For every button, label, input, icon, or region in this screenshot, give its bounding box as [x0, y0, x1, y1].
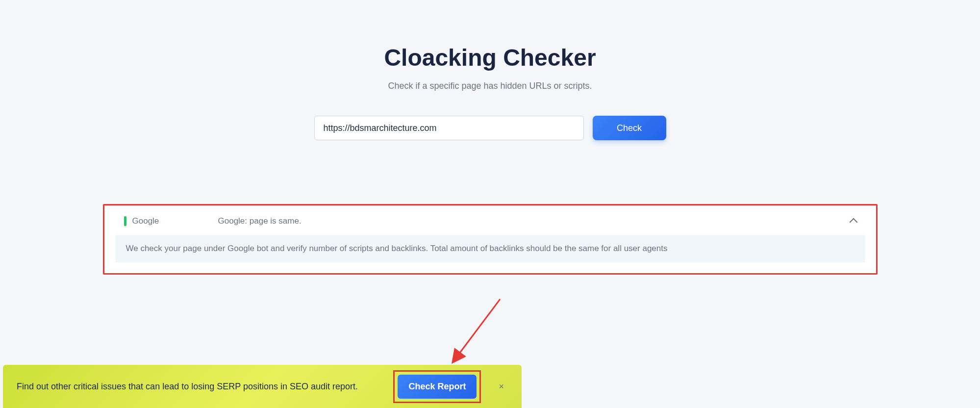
annotation-arrow — [446, 294, 505, 368]
result-header[interactable]: Google Google: page is same. — [114, 216, 866, 226]
svg-line-1 — [456, 299, 500, 358]
banner-text: Find out other critical issues that can … — [17, 380, 383, 394]
page-title: Cloacking Checker — [98, 44, 882, 71]
check-button[interactable]: Check — [593, 116, 666, 140]
promo-banner: Find out other critical issues that can … — [3, 365, 522, 408]
check-report-button[interactable]: Check Report — [398, 375, 477, 399]
banner-button-highlight: Check Report — [393, 370, 481, 403]
status-indicator — [124, 216, 126, 226]
result-detail: We check your page under Google bot and … — [115, 235, 865, 262]
close-icon[interactable]: × — [495, 378, 508, 396]
search-row: Check — [98, 116, 882, 140]
url-input[interactable] — [314, 116, 584, 140]
result-panel: Google Google: page is same. We check yo… — [103, 204, 878, 275]
chevron-up-icon[interactable] — [851, 218, 856, 227]
result-source: Google — [132, 216, 218, 226]
page-subtitle: Check if a specific page has hidden URLs… — [98, 81, 882, 91]
result-message: Google: page is same. — [218, 216, 302, 226]
